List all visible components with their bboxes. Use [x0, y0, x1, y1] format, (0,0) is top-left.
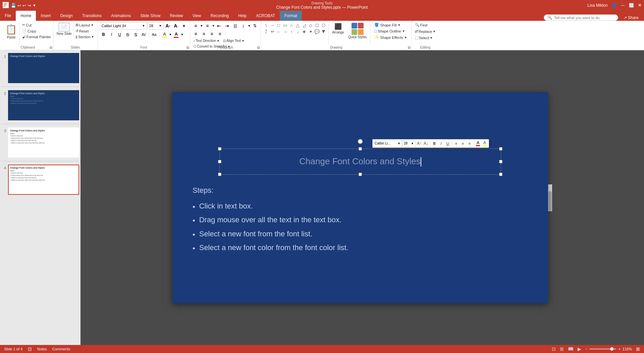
restore-btn[interactable]: ⬜ — [629, 3, 634, 8]
line-spacing-button[interactable]: ↕ — [239, 22, 247, 30]
paste-button[interactable]: 📋 Paste — [3, 22, 19, 45]
minimize-btn[interactable]: — — [621, 3, 625, 8]
font-size-selector[interactable]: 28 ▼ — [148, 22, 164, 30]
paragraph-expand-icon[interactable]: ⊡ — [257, 46, 260, 49]
tab-transitions[interactable]: Transitions — [77, 11, 106, 21]
shape-round-rect-icon[interactable]: ▭ — [282, 22, 288, 28]
clipboard-expand-icon[interactable]: ⊡ — [50, 46, 52, 49]
shape-up-arrow-icon[interactable]: ↑ — [288, 28, 294, 35]
slide-show-btn[interactable]: ▶ — [578, 346, 581, 352]
shape-left-arrow-icon[interactable]: ← — [276, 28, 282, 35]
decrease-indent-button[interactable]: ⇤ — [215, 22, 223, 30]
char-spacing-button[interactable]: AV — [140, 31, 148, 38]
clear-formatting-button[interactable]: ✦ — [180, 22, 188, 30]
font-color-button[interactable]: A — [172, 31, 180, 38]
copy-button[interactable]: 📄 Copy — [21, 28, 52, 34]
mini-bold-btn[interactable]: B — [431, 140, 438, 147]
tab-home[interactable]: Home — [16, 11, 36, 21]
mini-font-selector[interactable]: Calibri Li... ▼ — [373, 140, 402, 147]
close-btn[interactable]: ✕ — [638, 3, 641, 8]
zoom-in-btn[interactable]: + — [618, 347, 620, 351]
handle-top-left[interactable] — [218, 147, 221, 151]
tab-format[interactable]: Format — [280, 11, 302, 21]
notes-btn[interactable]: Notes — [37, 347, 47, 351]
mini-align-center-btn[interactable]: ≡ — [460, 140, 466, 147]
mini-font-size[interactable]: 28 ▼ — [402, 140, 415, 147]
line-spacing-dropdown-icon[interactable]: ▼ — [248, 24, 251, 27]
shape-right-triangle-icon[interactable]: ◿ — [301, 22, 307, 28]
new-slide-button[interactable]: 📄 New Slide — [55, 22, 73, 37]
reset-button[interactable]: ↺ Reset — [74, 28, 96, 34]
zoom-slider[interactable] — [589, 348, 616, 350]
zoom-out-btn[interactable]: − — [585, 347, 587, 351]
justify-button[interactable]: ≡ — [216, 30, 224, 38]
shape-arrow-icon[interactable]: → — [269, 22, 275, 28]
mini-italic-btn[interactable]: I — [438, 140, 444, 147]
scroll-thumb-vertical[interactable] — [548, 191, 552, 211]
sort-button[interactable]: ⇅ — [251, 22, 259, 30]
shape-effects-button[interactable]: ✨ Shape Effects ▼ — [372, 35, 409, 40]
increase-indent-button[interactable]: ⇥ — [223, 22, 231, 30]
shadow-button[interactable]: S — [132, 31, 140, 38]
shape-pentagon-icon[interactable]: ⬠ — [314, 22, 320, 28]
font-color-dropdown-icon[interactable]: ▼ — [180, 33, 183, 36]
shape-triangle-icon[interactable]: △ — [295, 22, 301, 28]
tab-design[interactable]: Design — [55, 11, 77, 21]
mini-increase-size-btn[interactable]: A↑ — [416, 140, 423, 147]
shape-freeform-icon[interactable]: ✏ — [269, 28, 275, 35]
font-highlight-button[interactable]: A — [161, 31, 168, 38]
increase-font-size-button[interactable]: A+ — [164, 22, 172, 30]
handle-bottom-left[interactable] — [218, 173, 221, 176]
handle-middle-right[interactable] — [499, 160, 502, 163]
align-center-button[interactable]: ≡ — [200, 30, 208, 38]
redo-icon[interactable]: ↪ — [28, 3, 31, 8]
tab-help[interactable]: Help — [233, 11, 251, 21]
shape-hexagon-icon[interactable]: ⬡ — [320, 22, 326, 28]
cut-button[interactable]: ✂ Cut — [21, 22, 52, 28]
columns-button[interactable]: ||| — [231, 22, 239, 30]
text-direction-button[interactable]: ↕ Text Direction ▼ — [192, 38, 221, 43]
handle-top-middle[interactable] — [359, 147, 362, 151]
numbered-list-button[interactable]: ≡ — [204, 22, 211, 30]
slide-thumb-3[interactable]: Change Font Colors and Styles Steps:• Cl… — [8, 127, 79, 158]
bullets-button[interactable]: ≡ — [192, 22, 200, 30]
reading-view-btn[interactable]: 📖 — [568, 346, 574, 352]
shape-down-arrow-icon[interactable]: ↓ — [295, 28, 301, 35]
strikethrough-button[interactable]: S — [124, 31, 131, 38]
tab-file[interactable]: File — [0, 11, 16, 21]
customize-icon[interactable]: ▼ — [33, 3, 36, 7]
tab-recording[interactable]: Recording — [206, 11, 234, 21]
shape-curve-icon[interactable]: ⤴ — [263, 28, 269, 35]
format-painter-button[interactable]: 🖌 Format Painter — [21, 34, 52, 40]
arrange-button[interactable]: ⬛ Arrange — [331, 22, 345, 35]
shape-fill-button[interactable]: 🪣 Shape Fill ▼ — [372, 22, 409, 28]
handle-bottom-right[interactable] — [499, 173, 502, 176]
tell-me-input[interactable] — [554, 16, 614, 20]
underline-button[interactable]: U — [116, 31, 123, 38]
section-button[interactable]: § Section ▼ — [74, 34, 96, 40]
mini-highlight-btn[interactable]: A — [481, 140, 488, 147]
font-name-selector[interactable]: Calibri Light (H ▼ — [100, 22, 147, 30]
tab-insert[interactable]: Insert — [36, 11, 55, 21]
mini-decrease-size-btn[interactable]: A↓ — [423, 140, 429, 147]
tell-me-bar[interactable]: 🔍 — [544, 14, 618, 21]
comments-btn[interactable]: Comments — [52, 347, 70, 351]
highlight-dropdown-icon[interactable]: ▼ — [169, 33, 172, 36]
undo-arrow-icon[interactable]: ↩ — [22, 3, 26, 8]
shape-more-icon[interactable]: ▼ — [320, 28, 326, 35]
shape-diamond-icon[interactable]: ◇ — [308, 22, 314, 28]
slide-thumb-1[interactable]: Change Font Colors and Styles — [8, 53, 79, 83]
quick-styles-button[interactable]: Quick Styles — [347, 22, 368, 40]
shape-star4-icon[interactable]: ✦ — [308, 28, 314, 35]
mini-font-color-btn[interactable]: A — [475, 140, 481, 147]
handle-bottom-middle[interactable] — [359, 173, 362, 176]
shape-star5-icon[interactable]: ★ — [301, 28, 307, 35]
slide-thumb-2[interactable]: Change Font Colors and Styles Steps:• Cl… — [8, 90, 79, 120]
tab-animations[interactable]: Animations — [106, 11, 136, 21]
fit-window-btn[interactable]: ⊞ — [636, 346, 640, 352]
shape-right-arrow2-icon[interactable]: → — [282, 28, 288, 35]
handle-middle-left[interactable] — [218, 160, 221, 163]
drawing-expand-icon[interactable]: ⊡ — [408, 46, 411, 49]
font-expand-icon[interactable]: ⊡ — [186, 46, 189, 49]
normal-view-btn[interactable]: ⊡ — [552, 346, 556, 352]
